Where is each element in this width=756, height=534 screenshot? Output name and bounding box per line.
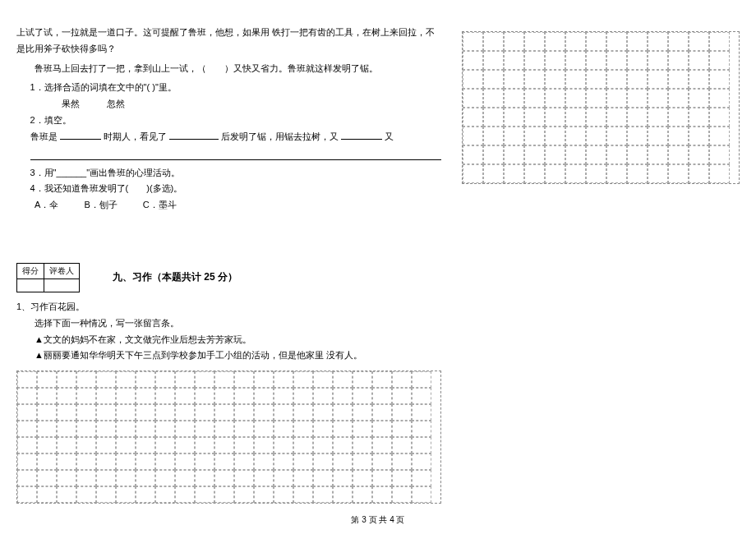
xizuo-line-1: 1、习作百花园。 xyxy=(16,299,441,315)
q2-text-c: 后发明了锯，用锯去拉树，又 xyxy=(221,131,339,141)
score-table: 得分 评卷人 xyxy=(16,263,80,292)
question-2-fill: 鲁班是 时期人，看见了 后发明了锯，用锯去拉树，又 又 xyxy=(16,129,441,145)
score-cell-2[interactable] xyxy=(44,279,80,292)
question-4-label: 4．我还知道鲁班发明了( )(多选)。 xyxy=(16,181,441,197)
q2-text-d: 又 xyxy=(385,131,394,141)
option-b[interactable]: B．刨子 xyxy=(84,200,117,209)
writing-grid-right[interactable] xyxy=(462,31,740,184)
xizuo-line-4: ▲丽丽要通知华华明天下午三点到学校参加手工小组的活动，但是他家里 没有人。 xyxy=(16,348,441,364)
option-c[interactable]: C．墨斗 xyxy=(143,200,177,209)
score-header-2: 评卷人 xyxy=(44,263,80,279)
blank-3[interactable] xyxy=(341,130,382,140)
left-column: 上试了试，一拉就是一道口子。这可提醒了鲁班，他想，如果用 铁打一把有齿的工具，在… xyxy=(16,25,441,504)
page-footer: 第 3 页 共 4 页 xyxy=(0,514,756,526)
passage-line-1: 上试了试，一拉就是一道口子。这可提醒了鲁班，他想，如果用 铁打一把有齿的工具，在… xyxy=(16,25,441,58)
q2-text-a: 鲁班是 xyxy=(30,131,58,141)
passage-line-2: 鲁班马上回去打了一把，拿到山上一试，（ ）又快又省力。鲁班就这样发明了锯。 xyxy=(16,61,441,77)
question-3-label: 3．用"______"画出鲁班的心理活动。 xyxy=(16,165,441,182)
question-1-label: 1．选择合适的词填在文中的"( )"里。 xyxy=(16,80,441,96)
xizuo-line-2: 选择下面一种情况，写一张留言条。 xyxy=(16,315,441,332)
right-column xyxy=(462,25,740,504)
q2-text-b: 时期人，看见了 xyxy=(104,131,167,141)
xizuo-line-3: ▲文文的妈妈不在家，文文做完作业后想去芳芳家玩。 xyxy=(16,332,441,348)
blank-2[interactable] xyxy=(169,130,219,140)
blank-1[interactable] xyxy=(60,130,101,140)
option-a[interactable]: A．伞 xyxy=(35,200,58,209)
score-cell-1[interactable] xyxy=(17,279,44,292)
question-1-options: 果然 忽然 xyxy=(16,96,441,113)
score-header-1: 得分 xyxy=(17,263,44,279)
blank-line-row[interactable] xyxy=(30,147,441,160)
question-4-options: A．伞 B．刨子 C．墨斗 xyxy=(16,197,441,214)
section-9-title: 九、习作（本题共计 25 分） xyxy=(113,270,441,284)
writing-grid-left[interactable] xyxy=(16,371,441,504)
question-2-label: 2．填空。 xyxy=(16,113,441,129)
